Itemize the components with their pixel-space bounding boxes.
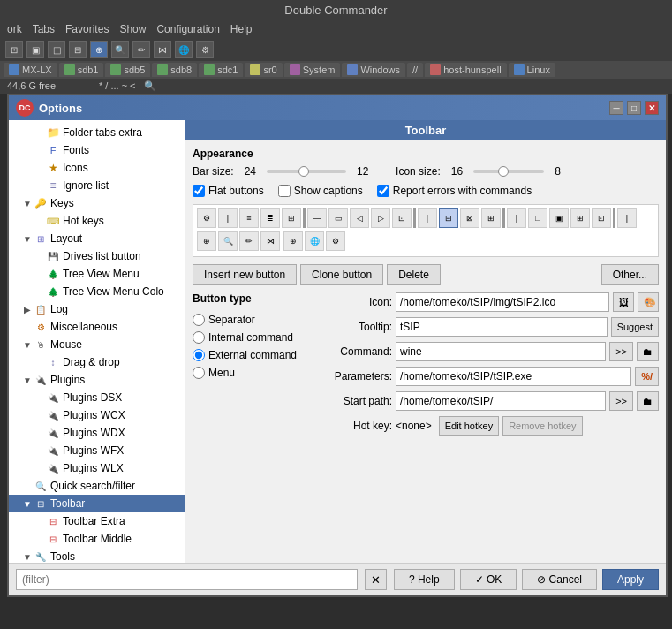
show-captions-check[interactable]: Show captions — [278, 185, 363, 197]
tb-icon-edit2[interactable]: ✏ — [239, 231, 259, 251]
start-path-btn[interactable]: >> — [609, 391, 633, 411]
tb-icon-v2[interactable]: | — [507, 208, 526, 228]
tab-system[interactable]: System — [284, 63, 341, 77]
tb-icon-box3[interactable]: ⊠ — [460, 208, 479, 228]
tb-icon-b4[interactable]: ⊡ — [592, 208, 611, 228]
tree-item-tree-view-color[interactable]: 🌲 Tree View Menu Colo — [9, 283, 185, 300]
tb-icon-box2[interactable]: ⊟ — [439, 208, 458, 228]
tab-host[interactable]: host-hunspell — [425, 63, 506, 77]
tree-item-mouse[interactable]: ▼ 🖱 Mouse — [9, 336, 185, 353]
parameters-field-input[interactable] — [396, 367, 631, 386]
suggest-button[interactable]: Suggest — [611, 317, 659, 337]
tooltip-field-input[interactable] — [396, 317, 608, 337]
parameters-percent-btn[interactable]: %/ — [635, 367, 659, 386]
tree-item-hot-keys[interactable]: ⌨ Hot keys — [9, 212, 185, 230]
radio-external[interactable]: External command — [193, 349, 307, 361]
tree-item-drives-list[interactable]: 💾 Drives list button — [9, 247, 185, 265]
command-btn[interactable]: >> — [609, 342, 633, 361]
toolbar-icon-merge[interactable]: ⋈ — [154, 41, 171, 58]
toolbar-icon-3[interactable]: ◫ — [48, 41, 65, 58]
radio-separator[interactable]: Separator — [193, 314, 307, 326]
tb-icon-grid[interactable]: ⊞ — [282, 208, 301, 228]
tb-icon-list2[interactable]: ≣ — [260, 208, 280, 228]
toolbar-icon-4[interactable]: ⊟ — [69, 41, 87, 58]
menu-ork[interactable]: ork — [7, 23, 22, 35]
tb-icon-list1[interactable]: ≡ — [239, 208, 259, 228]
tree-item-tree-view-menu[interactable]: 🌲 Tree View Menu — [9, 265, 185, 283]
tab-sdb8[interactable]: sdb8 — [152, 63, 197, 77]
radio-menu[interactable]: Menu — [193, 367, 307, 379]
insert-new-button[interactable]: Insert new button — [193, 264, 297, 285]
tree-item-toolbar[interactable]: ▼ ⊟ Toolbar — [9, 495, 185, 512]
tree-item-plugins[interactable]: ▼ 🔌 Plugins — [9, 371, 185, 389]
tree-item-plugins-wlx[interactable]: 🔌 Plugins WLX — [9, 459, 185, 477]
tree-item-plugins-dsx[interactable]: 🔌 Plugins DSX — [9, 389, 185, 406]
ok-button[interactable]: ✓ OK — [460, 569, 517, 590]
tree-item-toolbar-extra[interactable]: ⊟ Toolbar Extra — [9, 512, 185, 530]
menu-help[interactable]: Help — [230, 23, 253, 35]
tb-icon-search2[interactable]: 🔍 — [218, 231, 238, 251]
internal-cmd-radio[interactable] — [193, 331, 205, 344]
delete-button[interactable]: Delete — [387, 264, 441, 285]
tab-doubleslash[interactable]: // — [407, 63, 423, 77]
icon-size-thumb[interactable] — [498, 166, 509, 177]
command-field-input[interactable] — [396, 342, 606, 361]
tree-item-tools[interactable]: ▼ 🔧 Tools — [9, 548, 185, 563]
tab-sdb1[interactable]: sdb1 — [59, 63, 104, 77]
start-path-input[interactable] — [396, 391, 606, 411]
tree-item-plugins-wfx[interactable]: 🔌 Plugins WFX — [9, 442, 185, 459]
toolbar-icon-1[interactable]: ⊡ — [5, 41, 23, 58]
tab-windows[interactable]: Windows — [342, 63, 405, 77]
show-captions-checkbox[interactable] — [278, 185, 291, 197]
tb-icon-b1[interactable]: □ — [528, 208, 547, 228]
tree-item-layout[interactable]: ▼ ⊞ Layout — [9, 230, 185, 247]
toolbar-icon-edit[interactable]: ✏ — [132, 41, 150, 58]
tb-icon-b2[interactable]: ▣ — [549, 208, 569, 228]
radio-internal[interactable]: Internal command — [193, 331, 307, 344]
toolbar-icon-search[interactable]: 🔍 — [111, 41, 129, 58]
toolbar-icon-gear[interactable]: ⚙ — [196, 41, 214, 58]
tree-item-plugins-wcx[interactable]: 🔌 Plugins WCX — [9, 406, 185, 424]
tb-icon-gear[interactable]: ⚙ — [197, 208, 216, 228]
icon-select-button[interactable]: 🎨 — [638, 292, 659, 312]
tab-mx-lx[interactable]: MX-LX — [4, 63, 57, 77]
bar-size-thumb[interactable] — [298, 166, 309, 177]
tree-item-fonts[interactable]: F Fonts — [9, 141, 185, 159]
tree-item-ignore-list[interactable]: ≡ Ignore list — [9, 177, 185, 194]
tb-icon-v1[interactable]: | — [418, 208, 437, 228]
filter-input[interactable] — [16, 569, 358, 590]
report-errors-checkbox[interactable] — [377, 185, 389, 197]
flat-buttons-checkbox[interactable] — [193, 185, 205, 197]
tb-icon-copy2[interactable]: ⊕ — [283, 231, 303, 251]
icon-browse-button[interactable]: 🖼 — [613, 292, 634, 312]
icon-field-input[interactable] — [396, 292, 609, 312]
flat-buttons-check[interactable]: Flat buttons — [193, 185, 264, 197]
tab-sr0[interactable]: sr0 — [245, 63, 282, 77]
menu-configuration[interactable]: Configuration — [156, 23, 219, 35]
tb-icon-v3[interactable]: | — [617, 208, 637, 228]
tb-icon-box1[interactable]: ⊡ — [392, 208, 412, 228]
tb-icon-settings[interactable]: ⚙ — [326, 231, 345, 251]
help-button[interactable]: ? Help — [394, 569, 455, 590]
apply-button[interactable]: Apply — [602, 569, 659, 590]
tb-icon-dash[interactable]: — — [307, 208, 327, 228]
tb-icon-1[interactable]: | — [218, 208, 238, 228]
external-cmd-radio[interactable] — [193, 349, 205, 361]
tb-icon-globe[interactable]: 🌐 — [305, 231, 324, 251]
tb-icon-box4[interactable]: ⊞ — [481, 208, 501, 228]
tb-icon-copy[interactable]: ⊕ — [197, 231, 216, 251]
menu-tabs[interactable]: Tabs — [33, 23, 55, 35]
tree-item-plugins-wdx[interactable]: 🔌 Plugins WDX — [9, 424, 185, 442]
restore-button[interactable]: □ — [627, 101, 641, 115]
separator-radio[interactable] — [193, 314, 205, 326]
menu-show[interactable]: Show — [119, 23, 146, 35]
cancel-button[interactable]: ⊘ Cancel — [522, 569, 597, 590]
tb-icon-b3[interactable]: ⊞ — [570, 208, 590, 228]
tree-item-quick-search[interactable]: 🔍 Quick search/filter — [9, 477, 185, 495]
tab-sdc1[interactable]: sdc1 — [199, 63, 243, 77]
tree-item-drag-drop[interactable]: ↕ Drag & drop — [9, 353, 185, 371]
close-button[interactable]: ✕ — [645, 101, 659, 115]
tree-item-icons[interactable]: ★ Icons — [9, 159, 185, 177]
search-icon[interactable]: 🔍 — [144, 80, 156, 91]
tab-sdb5[interactable]: sdb5 — [105, 63, 150, 77]
